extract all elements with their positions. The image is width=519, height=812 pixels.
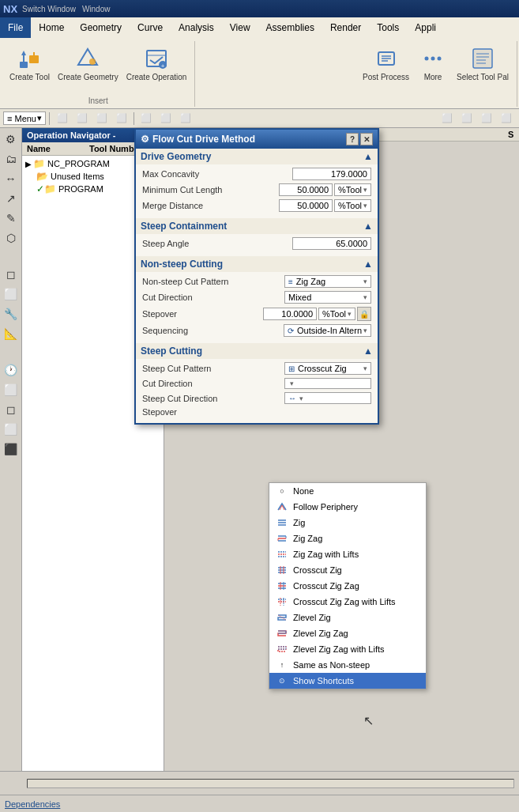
- toolbar-right-3[interactable]: ⬜: [477, 111, 496, 125]
- dropdown-item-zlevel-zig-zag[interactable]: Zlevel Zig Zag: [269, 625, 426, 641]
- drive-geometry-arrow-icon: ▲: [363, 151, 373, 162]
- steep-cutting-header[interactable]: Steep Cutting ▲: [136, 343, 378, 359]
- zig-zag-lifts-icon: [276, 549, 288, 560]
- min-cut-length-unit-select[interactable]: %Tool ▾: [334, 183, 371, 196]
- sidebar-icon-11[interactable]: 🕐: [2, 361, 21, 380]
- sidebar-icon-15[interactable]: ⬛: [2, 440, 21, 459]
- dropdown-item-show-shortcuts[interactable]: ⊙ Show Shortcuts: [269, 673, 426, 689]
- cut-direction-select[interactable]: Mixed ▾: [284, 291, 371, 304]
- steep-cut-direction2-icon: ↔: [288, 394, 296, 402]
- dropdown-item-crosscut-zig-zag[interactable]: Crosscut Zig Zag: [269, 578, 426, 594]
- toolbar-icon-4[interactable]: ⬜: [112, 111, 131, 125]
- main-area: ⚙ 🗂 ↔ ↗ ✎ ⬡ ◻ ⬜ 🔧 📐 🕐 ⬜ ◻ ⬜ ⬛ Operation …: [0, 128, 519, 771]
- sidebar-icon-7[interactable]: ◻: [2, 265, 21, 284]
- max-concavity-input[interactable]: [292, 168, 371, 180]
- merge-distance-input[interactable]: [279, 199, 333, 212]
- dialog-close-button[interactable]: ✕: [360, 133, 373, 145]
- more-button[interactable]: More: [414, 44, 452, 83]
- dropdown-item-follow-periphery[interactable]: Follow Periphery: [269, 499, 426, 515]
- sidebar-icon-13[interactable]: ◻: [2, 400, 21, 419]
- menu-curve[interactable]: Curve: [130, 17, 171, 38]
- steep-angle-input[interactable]: [292, 237, 371, 250]
- menu-tools[interactable]: Tools: [369, 17, 407, 38]
- svg-marker-2: [21, 51, 26, 55]
- sidebar-icon-10[interactable]: 📐: [2, 324, 21, 343]
- stepover-unit-select[interactable]: %Tool ▾: [318, 308, 355, 320]
- menu-render[interactable]: Render: [322, 17, 369, 38]
- steep-cut-pattern-icon: ⊞: [288, 364, 295, 373]
- post-process-label: Post Process: [363, 73, 409, 81]
- steep-cut-direction2-select[interactable]: ↔ ▾: [284, 392, 371, 404]
- sequencing-select[interactable]: ⟳ Outside-In Altern ▾: [284, 324, 371, 337]
- non-steep-header[interactable]: Non-steep Cutting ▲: [136, 256, 378, 272]
- create-geometry-icon: [75, 46, 100, 71]
- sidebar-icon-4[interactable]: ↗: [2, 189, 21, 208]
- sidebar-icon-2[interactable]: 🗂: [2, 149, 21, 168]
- merge-distance-unit-select[interactable]: %Tool ▾: [334, 199, 371, 212]
- switch-window-btn[interactable]: Switch Window: [22, 5, 76, 13]
- menu-assemblies[interactable]: Assemblies: [258, 17, 322, 38]
- svg-text:+: +: [161, 62, 165, 70]
- create-tool-button[interactable]: Create Tool: [6, 44, 53, 83]
- steep-cut-pattern-dropdown: ○ None Follow Periphery Zig Zig Zag: [269, 482, 427, 689]
- post-process-button[interactable]: Post Process: [359, 44, 412, 83]
- sidebar-icon-9[interactable]: 🔧: [2, 304, 21, 323]
- sidebar-icon-14[interactable]: ⬜: [2, 420, 21, 439]
- sidebar-icon-12[interactable]: ⬜: [2, 380, 21, 399]
- sidebar-icon-1[interactable]: ⚙: [2, 130, 21, 149]
- none-icon: ○: [276, 485, 288, 497]
- menu-appli[interactable]: Appli: [407, 17, 444, 38]
- sidebar-icon-6[interactable]: ⬡: [2, 228, 21, 247]
- menu-view[interactable]: View: [222, 17, 258, 38]
- dropdown-item-none[interactable]: ○ None: [269, 483, 426, 499]
- dependencies-link[interactable]: Dependencies: [5, 799, 60, 809]
- stepover-input[interactable]: [263, 308, 317, 320]
- sidebar-icon-3[interactable]: ↔: [2, 169, 21, 188]
- toolbar-right-4[interactable]: ⬜: [497, 111, 516, 125]
- toolbar-icon-1[interactable]: ⬜: [53, 111, 72, 125]
- non-steep-pattern-select[interactable]: ≡ Zig Zag ▾: [284, 275, 371, 288]
- steep-containment-header[interactable]: Steep Containment ▲: [136, 218, 378, 234]
- sidebar-icon-5[interactable]: ✎: [2, 209, 21, 228]
- toolbar-icon-6[interactable]: ⬜: [156, 111, 175, 125]
- horizontal-scrollbar[interactable]: [27, 779, 514, 788]
- create-geometry-button[interactable]: Create Geometry: [55, 44, 122, 83]
- toolbar-icon-3[interactable]: ⬜: [92, 111, 111, 125]
- menu-geometry[interactable]: Geometry: [72, 17, 130, 38]
- dropdown-item-zig[interactable]: Zig: [269, 515, 426, 531]
- create-tool-label: Create Tool: [9, 73, 50, 81]
- toolbar-right-2[interactable]: ⬜: [457, 111, 476, 125]
- steep-cut-pattern-select[interactable]: ⊞ Crosscut Zig ▾: [284, 362, 371, 375]
- dropdown-item-zig-zag[interactable]: Zig Zag: [269, 531, 426, 546]
- dialog-title: Flow Cut Drive Method: [152, 134, 343, 145]
- toolbar-icon-2[interactable]: ⬜: [73, 111, 92, 125]
- toolbar-right-1[interactable]: ⬜: [438, 111, 457, 125]
- min-cut-length-unit-label: %Tool: [338, 185, 362, 195]
- dropdown-item-zlevel-zigzag-lifts[interactable]: Zlevel Zig Zag with Lifts: [269, 641, 426, 657]
- unused-label: Unused Items: [51, 172, 104, 181]
- create-operation-button[interactable]: + Create Operation: [123, 44, 190, 83]
- menu-dropdown[interactable]: ≡ Menu ▾: [3, 111, 46, 125]
- dropdown-item-crosscut-zigzag-lifts[interactable]: Crosscut Zig Zag with Lifts: [269, 594, 426, 610]
- dropdown-item-same-as-nonsteep[interactable]: ↑ Same as Non-steep: [269, 657, 426, 673]
- dropdown-item-zlevel-zig[interactable]: Zlevel Zig: [269, 610, 426, 625]
- stepover-lock-button[interactable]: 🔒: [357, 307, 371, 321]
- drive-geometry-header[interactable]: Drive Geometry ▲: [136, 149, 378, 164]
- dialog-help-button[interactable]: ?: [346, 133, 359, 145]
- min-cut-length-input[interactable]: [279, 183, 333, 196]
- steep-cut-direction-select[interactable]: ▾: [284, 378, 371, 389]
- dropdown-item-zig-zag-lifts[interactable]: Zig Zag with Lifts: [269, 546, 426, 562]
- svg-point-15: [425, 57, 429, 61]
- min-cut-length-label: Minimum Cut Length: [142, 185, 279, 195]
- menu-file[interactable]: File: [0, 17, 31, 38]
- menu-home[interactable]: Home: [31, 17, 72, 38]
- select-tool-button[interactable]: Select Tool Pal: [453, 44, 512, 83]
- toolbar-icon-5[interactable]: ⬜: [137, 111, 156, 125]
- ribbon-group-create: Create Tool Create Geometry: [2, 41, 195, 107]
- dropdown-item-crosscut-zig[interactable]: Crosscut Zig: [269, 562, 426, 578]
- toolbar-icon-7[interactable]: ⬜: [176, 111, 195, 125]
- menu-analysis[interactable]: Analysis: [171, 17, 222, 38]
- top-bar: NX Switch Window Window: [0, 0, 519, 17]
- window-menu[interactable]: Window: [82, 5, 111, 13]
- sidebar-icon-8[interactable]: ⬜: [2, 285, 21, 304]
